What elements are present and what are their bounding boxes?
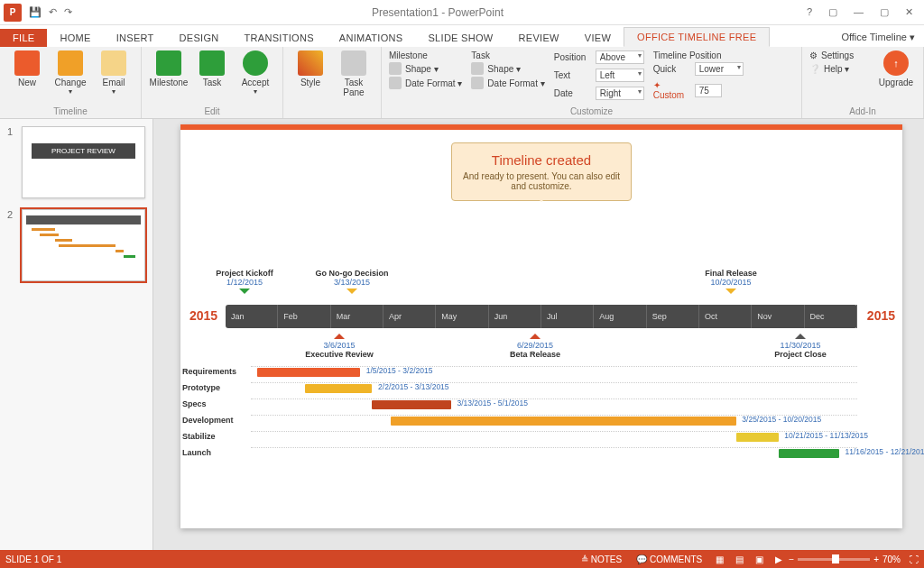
- comments-button[interactable]: 💬 COMMENTS: [629, 554, 709, 564]
- timeline-created-callout: Timeline created And ready to present. Y…: [451, 142, 632, 201]
- zoom-in-icon[interactable]: +: [873, 554, 879, 564]
- zoom-out-icon[interactable]: −: [789, 554, 794, 564]
- task-row[interactable]: Prototype2/2/2015 - 3/13/2015: [180, 380, 857, 396]
- month-aug: Aug: [594, 305, 646, 328]
- month-feb: Feb: [278, 305, 330, 328]
- reading-view-icon[interactable]: ▣: [749, 554, 769, 564]
- maximize-icon[interactable]: ▢: [876, 6, 892, 18]
- save-icon[interactable]: 💾: [29, 6, 42, 18]
- thumb-1[interactable]: 1 PROJECT REVIEW: [7, 126, 145, 198]
- month-apr: Apr: [383, 305, 436, 328]
- slide-counter[interactable]: SLIDE 1 OF 1: [5, 554, 61, 564]
- quick-select[interactable]: Lower: [695, 62, 744, 76]
- date-select[interactable]: Right: [596, 87, 644, 100]
- upgrade-button[interactable]: ↑Upgrade: [876, 50, 916, 87]
- milestone-shape-dropdown[interactable]: Shape ▾: [389, 62, 462, 75]
- work-area: 1 PROJECT REVIEW 2 Timeline created And …: [0, 119, 924, 550]
- help-icon[interactable]: ?: [803, 6, 816, 18]
- close-icon[interactable]: ✕: [901, 6, 917, 18]
- task-row[interactable]: Launch11/16/2015 - 12/21/2015: [180, 444, 857, 461]
- timeline-axis: JanFebMarAprMayJunJulAugSepOctNovDec: [226, 305, 857, 328]
- quick-access-toolbar: 💾 ↶ ↷: [29, 6, 72, 18]
- year-left: 2015: [189, 308, 217, 323]
- help-button[interactable]: ❔Help ▾: [809, 64, 873, 74]
- milestone[interactable]: 3/6/2015Executive Review: [294, 328, 384, 359]
- year-right: 2015: [867, 308, 895, 323]
- change-button[interactable]: Change▾: [51, 50, 90, 96]
- zoom-value[interactable]: 70%: [882, 554, 901, 564]
- group-customize: Milestone Shape ▾ Date Format ▾ Task Sha…: [382, 47, 802, 118]
- group-style: Style Task Pane: [283, 47, 382, 118]
- tab-slideshow[interactable]: SLIDE SHOW: [415, 29, 505, 47]
- app-icon: P: [4, 4, 22, 22]
- position-select[interactable]: Above: [596, 50, 644, 64]
- slide-thumbnails[interactable]: 1 PROJECT REVIEW 2: [0, 119, 153, 550]
- tab-design[interactable]: DESIGN: [167, 29, 232, 47]
- timeline-chart[interactable]: 2015 2015 Project Kickoff1/12/2015Go No-…: [226, 269, 857, 364]
- normal-view-icon[interactable]: ▦: [709, 554, 729, 564]
- timeline-position-label: Timeline Position: [653, 50, 744, 60]
- month-nov: Nov: [752, 305, 804, 328]
- milestone[interactable]: 11/30/2015Project Close: [755, 328, 845, 359]
- tab-file[interactable]: FILE: [0, 29, 47, 47]
- style-button[interactable]: Style: [291, 50, 330, 87]
- milestone[interactable]: Go No-go Decision3/13/2015: [307, 269, 397, 299]
- text-select[interactable]: Left: [596, 69, 644, 82]
- task-row[interactable]: Requirements1/5/2015 - 3/2/2015: [180, 363, 857, 380]
- slide[interactable]: Timeline created And ready to present. Y…: [180, 124, 902, 528]
- milestone[interactable]: 6/29/2015Beta Release: [490, 328, 580, 359]
- milestone-button[interactable]: Milestone: [149, 50, 189, 87]
- slideshow-view-icon[interactable]: ▶: [769, 554, 789, 564]
- month-oct: Oct: [699, 305, 752, 328]
- task-row[interactable]: Development3/25/2015 - 10/20/2015: [180, 412, 857, 428]
- thumb-2[interactable]: 2: [7, 209, 145, 281]
- milestone-col-label: Milestone: [389, 50, 462, 60]
- email-button[interactable]: Email▾: [94, 50, 134, 96]
- redo-icon[interactable]: ↷: [64, 6, 72, 18]
- accept-button[interactable]: Accept▾: [236, 50, 275, 96]
- sorter-view-icon[interactable]: ▤: [729, 554, 749, 564]
- minimize-icon[interactable]: —: [850, 6, 867, 18]
- task-dateformat-dropdown[interactable]: Date Format ▾: [471, 77, 544, 89]
- task-button[interactable]: Task: [192, 50, 232, 87]
- notes-button[interactable]: ≜ NOTES: [574, 554, 629, 564]
- tab-home[interactable]: HOME: [47, 29, 103, 47]
- undo-icon[interactable]: ↶: [49, 6, 57, 18]
- callout-title: Timeline created: [461, 152, 622, 168]
- group-edit: Milestone Task Accept▾ Edit: [142, 47, 283, 118]
- task-col-label: Task: [471, 50, 544, 60]
- tab-view[interactable]: VIEW: [572, 29, 624, 47]
- status-bar: SLIDE 1 OF 1 ≜ NOTES 💬 COMMENTS ▦ ▤ ▣ ▶ …: [0, 550, 924, 568]
- settings-button[interactable]: ⚙Settings: [809, 50, 873, 60]
- tab-insert[interactable]: INSERT: [104, 29, 167, 47]
- milestone[interactable]: Project Kickoff1/12/2015: [199, 269, 290, 299]
- slide-canvas[interactable]: Timeline created And ready to present. Y…: [153, 119, 924, 550]
- task-row[interactable]: Stabilize10/21/2015 - 11/13/2015: [180, 428, 857, 444]
- month-dec: Dec: [805, 305, 857, 328]
- milestones-top: Project Kickoff1/12/2015Go No-go Decisio…: [226, 269, 857, 305]
- new-button[interactable]: New: [7, 50, 47, 87]
- tab-review[interactable]: REVIEW: [506, 29, 572, 47]
- zoom-control[interactable]: − + 70% ⛶: [789, 554, 919, 564]
- milestone-dateformat-dropdown[interactable]: Date Format ▾: [389, 77, 462, 89]
- custom-input[interactable]: 75: [695, 84, 722, 97]
- ribbon-options-icon[interactable]: ▢: [825, 6, 841, 18]
- milestone[interactable]: Final Release10/20/2015: [686, 269, 776, 299]
- month-may: May: [436, 305, 488, 328]
- help-icon: ❔: [809, 64, 820, 74]
- task-shape-dropdown[interactable]: Shape ▾: [471, 62, 544, 75]
- fit-icon[interactable]: ⛶: [910, 554, 919, 564]
- gear-icon: ⚙: [809, 50, 818, 60]
- task-pane-button[interactable]: Task Pane: [334, 50, 374, 97]
- task-row[interactable]: Specs3/13/2015 - 5/1/2015: [180, 396, 857, 412]
- tab-office-timeline[interactable]: OFFICE TIMELINE FREE: [624, 27, 770, 47]
- callout-body: And ready to present. You can also edit …: [461, 171, 622, 191]
- tab-transitions[interactable]: TRANSITIONS: [232, 29, 327, 47]
- slide-accent-bar: [180, 124, 902, 130]
- milestones-bottom: 3/6/2015Executive Review6/29/2015Beta Re…: [226, 328, 857, 364]
- tab-animations[interactable]: ANIMATIONS: [327, 29, 416, 47]
- month-jan: Jan: [226, 305, 278, 328]
- title-bar: P 💾 ↶ ↷ Presentation1 - PowerPoint ? ▢ —…: [0, 0, 924, 25]
- zoom-slider[interactable]: [798, 558, 870, 561]
- tab-office-timeline-menu[interactable]: Office Timeline ▾: [832, 28, 924, 47]
